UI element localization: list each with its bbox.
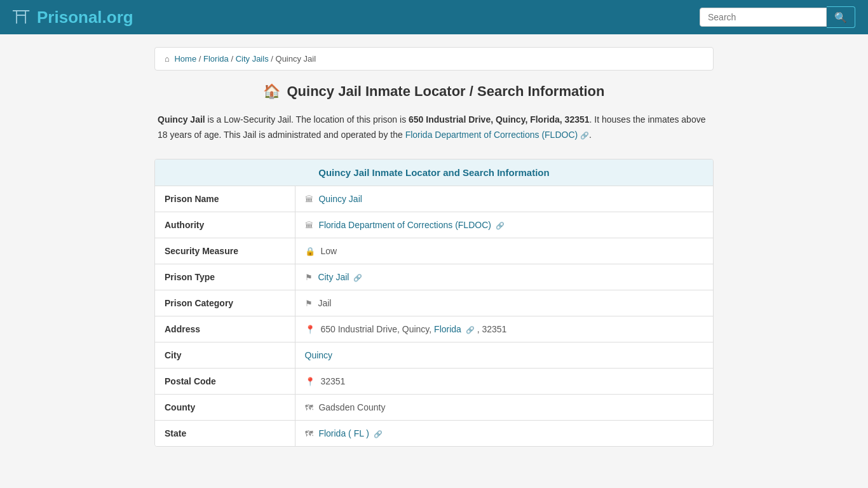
table-value: 🗺 Gadsden County — [295, 394, 713, 420]
info-section-header: Quincy Jail Inmate Locator and Search In… — [155, 159, 713, 186]
county-value: Gadsden County — [318, 402, 385, 412]
breadcrumb-sep1: / — [199, 54, 203, 64]
table-value: ⚑ Jail — [295, 290, 713, 316]
info-section: Quincy Jail Inmate Locator and Search In… — [154, 159, 714, 447]
table-row: Postal Code 📍 32351 — [155, 368, 713, 394]
table-value: 🔒 Low — [295, 238, 713, 264]
prison-name-link[interactable]: Quincy Jail — [318, 194, 362, 204]
prison-title-icon: 🏠 — [263, 83, 280, 100]
authority-link[interactable]: Florida Department of Corrections (FLDOC… — [318, 220, 491, 230]
table-row: City Quincy — [155, 342, 713, 368]
main-content: ⌂ Home / Florida / City Jails / Quincy J… — [148, 34, 720, 469]
table-label: Prison Category — [155, 290, 295, 316]
home-icon: ⌂ — [165, 54, 170, 64]
address-bold: 650 Industrial Drive, Quincy, Florida, 3… — [409, 114, 590, 125]
postal-icon: 📍 — [305, 377, 315, 386]
table-value: ⚑ City Jail 🔗 — [295, 264, 713, 290]
prison-type-link[interactable]: City Jail — [318, 272, 349, 282]
logo-name: Prisonal — [37, 8, 102, 27]
state-ext-icon: 🔗 — [374, 430, 383, 438]
info-table: Prison Name 🏛 Quincy Jail Authority 🏛 Fl… — [155, 186, 713, 446]
postal-value: 32351 — [320, 376, 345, 386]
site-header: ⛩ Prisonal.org 🔍 — [0, 0, 868, 34]
breadcrumb-florida[interactable]: Florida — [203, 54, 229, 64]
table-label: County — [155, 394, 295, 420]
prison-name-bold: Quincy Jail — [158, 114, 205, 125]
ext-link-icon: 🔗 — [496, 222, 505, 229]
table-value: Quincy — [295, 342, 713, 368]
search-area: 🔍 — [700, 6, 855, 28]
table-row: State 🗺 Florida ( FL ) 🔗 — [155, 420, 713, 446]
table-label: Address — [155, 316, 295, 342]
address-ext-icon: 🔗 — [466, 326, 475, 334]
table-row: Authority 🏛 Florida Department of Correc… — [155, 212, 713, 238]
table-value: 🏛 Quincy Jail — [295, 186, 713, 212]
breadcrumb-sep2: / — [231, 54, 235, 64]
page-title: 🏠 Quincy Jail Inmate Locator / Search In… — [154, 83, 714, 100]
table-label: Prison Name — [155, 186, 295, 212]
fldoc-link[interactable]: Florida Department of Corrections (FLDOC… — [405, 130, 578, 140]
address-zip: , 32351 — [477, 324, 507, 334]
city-link[interactable]: Quincy — [305, 350, 333, 360]
table-label: Postal Code — [155, 368, 295, 394]
category-icon: ⚑ — [305, 299, 313, 308]
search-input[interactable] — [700, 8, 827, 27]
table-label: State — [155, 420, 295, 446]
breadcrumb-current: Quincy Jail — [276, 54, 316, 64]
breadcrumb: ⌂ Home / Florida / City Jails / Quincy J… — [154, 47, 714, 71]
breadcrumb-city-jails[interactable]: City Jails — [236, 54, 269, 64]
table-label: Authority — [155, 212, 295, 238]
state-icon: 🗺 — [305, 429, 313, 438]
table-row: Security Measure 🔒 Low — [155, 238, 713, 264]
search-icon: 🔍 — [834, 11, 847, 24]
category-value: Jail — [318, 298, 331, 308]
table-row: Prison Category ⚑ Jail — [155, 290, 713, 316]
address-state-link[interactable]: Florida — [434, 324, 461, 334]
table-label: Prison Type — [155, 264, 295, 290]
breadcrumb-home[interactable]: Home — [174, 54, 196, 64]
table-row: Prison Name 🏛 Quincy Jail — [155, 186, 713, 212]
table-value: 📍 650 Industrial Drive, Quincy, Florida … — [295, 316, 713, 342]
table-value: 📍 32351 — [295, 368, 713, 394]
prison-name-icon: 🏛 — [305, 194, 313, 204]
table-label: City — [155, 342, 295, 368]
address-text: 650 Industrial Drive, Quincy, — [320, 324, 434, 334]
type-icon: ⚑ — [305, 273, 313, 282]
address-icon: 📍 — [305, 325, 315, 334]
breadcrumb-sep3: / — [271, 54, 275, 64]
table-row: County 🗺 Gadsden County — [155, 394, 713, 420]
county-icon: 🗺 — [305, 403, 313, 412]
table-row: Prison Type ⚑ City Jail 🔗 — [155, 264, 713, 290]
table-value: 🗺 Florida ( FL ) 🔗 — [295, 420, 713, 446]
security-value: Low — [320, 246, 337, 256]
logo-text: Prisonal.org — [37, 8, 133, 27]
table-label: Security Measure — [155, 238, 295, 264]
type-ext-icon: 🔗 — [353, 274, 362, 281]
table-row: Address 📍 650 Industrial Drive, Quincy, … — [155, 316, 713, 342]
search-button[interactable]: 🔍 — [827, 6, 855, 28]
security-icon: 🔒 — [305, 247, 315, 256]
logo-icon: ⛩ — [13, 7, 31, 28]
table-value: 🏛 Florida Department of Corrections (FLD… — [295, 212, 713, 238]
authority-icon: 🏛 — [305, 220, 313, 230]
logo-area: ⛩ Prisonal.org — [13, 7, 133, 28]
description-block: Quincy Jail is a Low-Security Jail. The … — [154, 112, 714, 143]
ext-link-icon-desc: 🔗 — [580, 132, 589, 139]
logo-ext: .org — [102, 8, 133, 27]
state-link[interactable]: Florida ( FL ) — [318, 428, 369, 438]
